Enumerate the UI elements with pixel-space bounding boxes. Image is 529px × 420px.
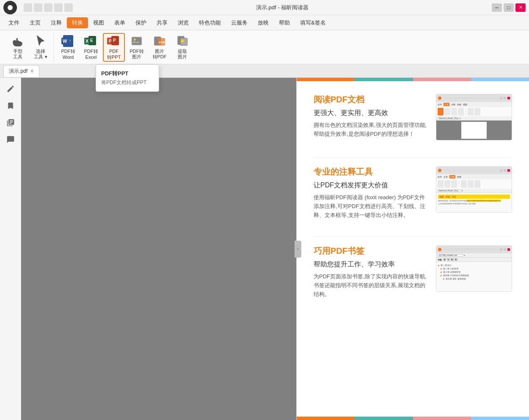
- select-tool-button[interactable]: 选择工具 ▾: [30, 33, 52, 62]
- menu-present[interactable]: 放映: [253, 17, 274, 28]
- screenshot-bookmark: 员工手册_20120917.pdf × 书签 A a A+ A-: [436, 245, 512, 292]
- sidebar-bookmark-button[interactable]: [3, 98, 18, 113]
- tab-close-icon[interactable]: ✕: [30, 69, 34, 74]
- svg-point-13: [134, 38, 136, 41]
- tab-demo-pdf[interactable]: 演示.pdf ✕: [3, 65, 39, 77]
- print-icon[interactable]: [54, 3, 63, 12]
- pdf-to-image-button[interactable]: PDF转图片: [126, 33, 148, 62]
- svg-text:X: X: [85, 38, 89, 44]
- content-area: ‹ 阅读PDF文档 更强大、更实用、更高效 拥有出色的文档渲染效果,强大的页面管…: [21, 78, 529, 420]
- svg-text:P: P: [113, 38, 116, 43]
- left-sidebar: [0, 78, 21, 420]
- select-tool-label: 选择工具 ▾: [34, 49, 47, 60]
- image-to-pdf-button[interactable]: PDF 图片转PDF: [149, 33, 171, 62]
- main-area: ‹ 阅读PDF文档 更强大、更实用、更高效 拥有出色的文档渲染效果,强大的页面管…: [0, 78, 529, 420]
- section-bookmark-title: 巧用PDF书签: [314, 245, 427, 257]
- pdf-to-ppt-button[interactable]: P P PDF转PPT: [103, 33, 125, 62]
- mini-app-annotate: 文件 主页 注释 转换: [436, 167, 512, 212]
- sidebar-edit-button[interactable]: [3, 81, 18, 96]
- pdf-to-word-button[interactable]: W W PDF转Word: [57, 33, 79, 62]
- select-icon: [34, 35, 47, 48]
- section-read-body: 拥有出色的文档渲染效果,强大的页面管理功能,帮助提升效率,是您阅读PDF的理想选…: [314, 121, 427, 139]
- menu-file[interactable]: 文件: [3, 17, 25, 28]
- undo-icon[interactable]: [34, 3, 42, 12]
- pdf-view-area[interactable]: [21, 78, 296, 420]
- titlebar: 演示.pdf - 福昕阅读器 ─ □ ✕: [0, 0, 529, 15]
- tooltip-title: PDF转PPT: [96, 68, 159, 78]
- tooltip-description: 将PDF文档转成PPT: [96, 78, 159, 88]
- screenshot-read: 文件 主页 注释 转换 视图: [436, 94, 512, 140]
- mini-app-read: 文件 主页 注释 转换 视图: [436, 94, 512, 140]
- menu-annotation[interactable]: 注释: [46, 17, 67, 28]
- color-bottom-teal: [355, 417, 413, 420]
- tab-label: 演示.pdf: [9, 68, 28, 75]
- svg-text:PDF: PDF: [159, 41, 165, 44]
- section-read-text: 阅读PDF文档 更强大、更实用、更高效 拥有出色的文档渲染效果,强大的页面管理功…: [314, 94, 427, 139]
- close-button[interactable]: ✕: [515, 3, 526, 12]
- menu-share[interactable]: 共享: [152, 17, 173, 28]
- section-annotate-body: 使用福昕PDF阅读器 (foxit reader) 为PDF文件添加注释,可对P…: [314, 193, 427, 220]
- more-icon[interactable]: [64, 3, 73, 12]
- section-bookmark-subtitle: 帮助您提升工作、学习效率: [314, 260, 427, 269]
- menu-browse[interactable]: 浏览: [173, 17, 194, 28]
- menu-view[interactable]: 视图: [88, 17, 109, 28]
- svg-point-19: [181, 40, 184, 43]
- tabbar: 演示.pdf ✕: [0, 64, 529, 78]
- menu-protect[interactable]: 保护: [130, 17, 152, 28]
- color-bar-bottom: [297, 417, 529, 420]
- color-bottom-blue: [471, 417, 529, 420]
- pdf-to-excel-label: PDF转Excel: [84, 49, 98, 60]
- pdf-to-excel-button[interactable]: X E PDF转Excel: [80, 33, 102, 62]
- svg-text:E: E: [90, 38, 93, 43]
- color-bottom-orange: [297, 417, 355, 420]
- color-pink: [413, 78, 471, 81]
- tool-group-convert: W W PDF转Word X E PDF转Excel: [55, 33, 195, 62]
- color-bar-top: [297, 78, 529, 81]
- minimize-button[interactable]: ─: [492, 3, 502, 12]
- section-bookmark-body: 为PDF页面添加书签,除了实现内容的快速导航,书签还能指明不同书签的层级关系,展…: [314, 272, 427, 299]
- app-logo: [3, 1, 17, 14]
- mini-app-bookmark: 员工手册_20120917.pdf × 书签 A a A+ A-: [436, 246, 512, 291]
- menu-convert[interactable]: 转换: [67, 17, 88, 28]
- pdf-to-ppt-label: PDF转PPT: [107, 49, 121, 60]
- img2pdf-icon: PDF: [153, 35, 166, 48]
- color-teal: [355, 78, 413, 81]
- hand-tool-label: 手型工具: [13, 49, 22, 60]
- image-to-pdf-label: 图片转PDF: [153, 49, 167, 60]
- section-read-subtitle: 更强大、更实用、更高效: [314, 109, 427, 118]
- color-orange: [297, 78, 355, 81]
- section-annotate-title: 专业的注释工具: [314, 166, 427, 178]
- quick-access-toolbar: [20, 3, 76, 12]
- word-icon: W W: [61, 34, 75, 48]
- section-bookmark-text: 巧用PDF书签 帮助您提升工作、学习效率 为PDF页面添加书签,除了实现内容的快…: [314, 245, 427, 299]
- menu-cloud[interactable]: 云服务: [226, 17, 253, 28]
- image-icon: [130, 35, 143, 48]
- window-title: 演示.pdf - 福昕阅读器: [256, 4, 309, 11]
- section-read-title: 阅读PDF文档: [314, 94, 427, 105]
- ppt-icon: P P: [107, 34, 121, 48]
- menu-features[interactable]: 特色功能: [194, 17, 226, 28]
- redo-icon[interactable]: [44, 3, 52, 12]
- menu-form[interactable]: 表单: [109, 17, 130, 28]
- extract-image-label: 提取图片: [178, 49, 187, 60]
- toolbar: 手型工具 选择工具 ▾ W W PDF转Word: [0, 30, 529, 64]
- sidebar-pages-button[interactable]: [3, 115, 18, 130]
- tool-group-navigation: 手型工具 选择工具 ▾: [5, 33, 54, 62]
- color-blue: [471, 78, 529, 81]
- excel-icon: X E: [84, 34, 98, 48]
- screenshot-annotate: 文件 主页 注释 转换: [436, 166, 512, 213]
- menu-help[interactable]: 帮助: [274, 17, 295, 28]
- extract-image-button[interactable]: 提取图片: [171, 33, 193, 62]
- save-icon[interactable]: [24, 3, 32, 12]
- maximize-button[interactable]: □: [504, 3, 514, 12]
- preview-section-read: 阅读PDF文档 更强大、更实用、更高效 拥有出色的文档渲染效果,强大的页面管理功…: [314, 94, 512, 140]
- window-controls[interactable]: ─ □ ✕: [488, 3, 529, 12]
- svg-text:W: W: [63, 38, 67, 44]
- tooltip-pdf-to-ppt: PDF转PPT 将PDF文档转成PPT: [96, 64, 159, 92]
- menu-fillsign[interactable]: 填写&签名: [295, 17, 331, 28]
- sidebar-comment-button[interactable]: [3, 132, 18, 147]
- hand-tool-button[interactable]: 手型工具: [7, 33, 29, 62]
- menu-home[interactable]: 主页: [25, 17, 46, 28]
- preview-content[interactable]: 阅读PDF文档 更强大、更实用、更高效 拥有出色的文档渲染效果,强大的页面管理功…: [297, 81, 529, 417]
- collapse-panel-button[interactable]: ‹: [295, 241, 301, 258]
